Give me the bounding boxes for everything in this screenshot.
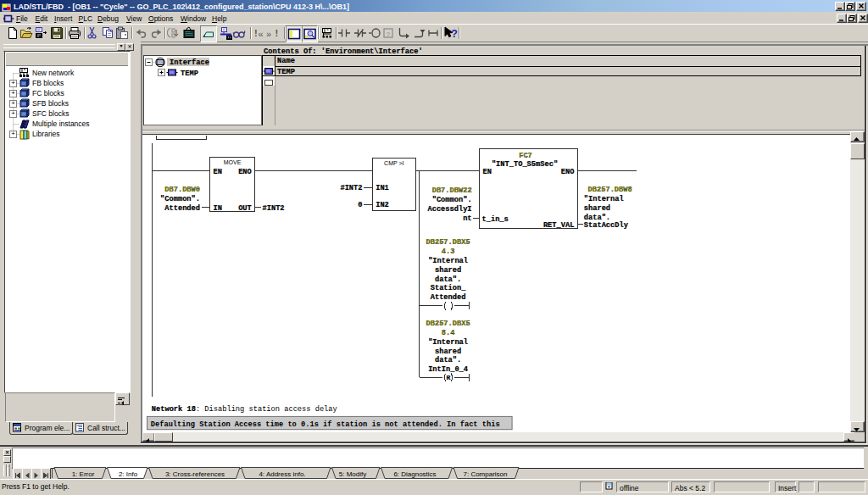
svg-text:OUT: OUT xyxy=(238,204,252,213)
svg-text:3: Cross-references: 3: Cross-references xyxy=(165,470,225,478)
svg-text:IN2: IN2 xyxy=(376,201,389,209)
svg-text:DB257.DBX5: DB257.DBX5 xyxy=(426,238,470,247)
svg-text:t_in_s: t_in_s xyxy=(482,215,509,224)
svg-text:4: Address info.: 4: Address info. xyxy=(259,470,305,478)
svg-text:CMP >I: CMP >I xyxy=(384,160,403,166)
svg-text:RET_VAL: RET_VAL xyxy=(543,221,575,230)
svg-text:DB7.DBW0: DB7.DBW0 xyxy=(164,186,200,194)
svg-text:6: Diagnostics: 6: Diagnostics xyxy=(393,470,436,478)
svg-text:#INT2: #INT2 xyxy=(263,204,285,213)
svg-text:IntIn_0_4: IntIn_0_4 xyxy=(428,365,468,374)
svg-text:R: R xyxy=(446,374,450,381)
svg-text:ENO: ENO xyxy=(561,168,575,176)
svg-text:data".: data". xyxy=(435,356,461,364)
svg-text:"INT_TO_S5mSec": "INT_TO_S5mSec" xyxy=(492,160,558,169)
svg-text:nt: nt xyxy=(463,214,471,223)
svg-text:!: ! xyxy=(275,28,279,38)
svg-text:DB257.DBX5: DB257.DBX5 xyxy=(426,320,470,328)
svg-text:ENO: ENO xyxy=(238,168,252,176)
svg-text:!: ! xyxy=(254,28,258,38)
svg-text:Defaulting Station Access time: Defaulting Station Access time to 0.1s i… xyxy=(151,420,500,429)
svg-text:IN1: IN1 xyxy=(376,184,389,192)
svg-text:shared: shared xyxy=(584,204,610,213)
svg-text:8.4: 8.4 xyxy=(442,329,455,337)
svg-text:5: Modify: 5: Modify xyxy=(339,470,366,478)
svg-text:data".: data". xyxy=(435,275,461,284)
svg-text:shared: shared xyxy=(435,348,461,356)
svg-text:1: Error: 1: Error xyxy=(72,470,95,478)
svg-text:»: » xyxy=(266,29,271,39)
svg-text:"Internal: "Internal xyxy=(584,195,624,203)
svg-text:MOVE: MOVE xyxy=(224,159,242,165)
svg-text:"Internal: "Internal xyxy=(428,338,468,347)
svg-text:0: 0 xyxy=(358,201,362,209)
svg-text:DB7.DBW22: DB7.DBW22 xyxy=(432,186,472,195)
svg-text:AccessdlyI: AccessdlyI xyxy=(427,205,471,214)
svg-text:FC7: FC7 xyxy=(519,152,532,160)
svg-text:"Internal: "Internal xyxy=(428,257,468,265)
svg-text:Attended: Attended xyxy=(431,293,466,302)
svg-text:IN: IN xyxy=(214,204,222,213)
svg-text:shared: shared xyxy=(435,266,461,275)
svg-text:"Common".: "Common". xyxy=(432,196,472,204)
svg-text:?: ? xyxy=(451,27,458,40)
svg-text:?: ? xyxy=(387,31,391,38)
svg-text:StatAccDly: StatAccDly xyxy=(584,221,629,230)
svg-text:Station_: Station_ xyxy=(431,284,466,292)
svg-text:Attended: Attended xyxy=(164,204,200,213)
svg-text:«: « xyxy=(259,29,264,39)
svg-text:4.3: 4.3 xyxy=(442,248,455,256)
svg-text:2: Info: 2: Info xyxy=(119,470,138,478)
svg-text:DB257.DBW8: DB257.DBW8 xyxy=(588,186,632,194)
svg-text:Network 18: Disabling station: Network 18: Disabling station access del… xyxy=(152,405,337,414)
svg-text:7: Comparison: 7: Comparison xyxy=(463,470,507,478)
svg-text:EN: EN xyxy=(214,168,222,176)
svg-text:"Common".: "Common". xyxy=(160,195,200,203)
svg-text:#INT2: #INT2 xyxy=(340,184,362,192)
svg-text:EN: EN xyxy=(483,168,492,176)
